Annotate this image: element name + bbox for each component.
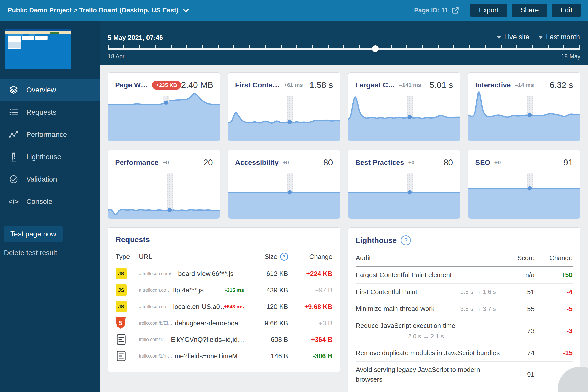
metric-card-value: 5.01 s bbox=[430, 80, 453, 90]
selected-run-dot bbox=[528, 113, 532, 117]
request-size: 9.66 KB bbox=[250, 319, 288, 327]
metric-card[interactable]: Best Practices +0 80 bbox=[348, 150, 461, 219]
request-row[interactable]: trello.com/1/… ElkYGVnQ?fields=id,id… 60… bbox=[116, 331, 333, 348]
audit-change: -15 bbox=[535, 349, 573, 357]
metric-card[interactable]: Performance +0 20 bbox=[108, 150, 220, 219]
metric-card-value: 80 bbox=[323, 157, 333, 167]
request-row[interactable]: JS a.trellocdn.co… locale.en-US.a0… +643… bbox=[116, 298, 333, 315]
request-domain: trello.com/1/m… bbox=[139, 353, 172, 359]
breadcrumb[interactable]: Public Demo Project > Trello Board (Desk… bbox=[8, 6, 189, 14]
selected-run-marker bbox=[527, 96, 533, 115]
selected-date: 5 May 2021, 07:46 bbox=[108, 34, 163, 42]
lighthouse-audit-row[interactable]: Remove duplicate modules in JavaScript b… bbox=[356, 345, 573, 362]
metric-card[interactable]: SEO +0 91 bbox=[468, 150, 580, 219]
metric-card-value: 91 bbox=[563, 157, 573, 167]
request-change: +97 B bbox=[288, 286, 333, 294]
request-row[interactable]: JS a.trellocdn.co… ltp.4a***.js -315 ms … bbox=[116, 282, 333, 298]
request-size: 120 KB bbox=[250, 303, 288, 311]
request-row[interactable]: 5 trello.com/b/El… debugbear-demo-boa… 9… bbox=[116, 315, 333, 331]
metric-card[interactable]: Interactive –14 ms 6.32 s bbox=[468, 72, 580, 141]
lighthouse-audit-row[interactable]: Minimize main-thread work 3.5 s → 3.7 s … bbox=[356, 300, 573, 317]
timeline-slider[interactable] bbox=[108, 45, 580, 51]
col-header-url: URL bbox=[139, 253, 250, 261]
request-change: -306 B bbox=[288, 352, 333, 360]
lighthouse-audit-row[interactable]: Largest Contentful Paint element n/a +50 bbox=[356, 267, 573, 284]
thumbnail-list-2 bbox=[22, 36, 34, 40]
audit-name: Minimize main-thread work bbox=[356, 304, 435, 314]
request-file: me?fields=oneTimeM… bbox=[175, 352, 244, 360]
requests-panel: Requests Type URL Size ? Change JS a.tre… bbox=[108, 227, 340, 372]
request-change: +9.68 KB bbox=[288, 303, 333, 311]
col-header-type: Type bbox=[116, 253, 139, 261]
live-site-dropdown[interactable]: Live site bbox=[497, 33, 529, 41]
external-link-icon[interactable] bbox=[451, 6, 460, 14]
metric-card-delta: +0 bbox=[408, 159, 415, 166]
test-page-now-button[interactable]: Test page now bbox=[4, 226, 63, 242]
audit-detail: 3.5 s → 3.7 s bbox=[460, 305, 502, 313]
audit-name: First Contentful Paint bbox=[356, 287, 417, 297]
breadcrumb-text: Public Demo Project > Trello Board (Desk… bbox=[8, 6, 178, 14]
request-file: ElkYGVnQ?fields=id,id… bbox=[171, 336, 244, 344]
col-header-lh-change: Change bbox=[535, 254, 573, 262]
share-button[interactable]: Share bbox=[512, 4, 547, 17]
sidebar-item-performance[interactable]: Performance bbox=[0, 123, 100, 146]
chevron-down-icon bbox=[182, 8, 189, 13]
metric-card[interactable]: First Conte… +61 ms 1.58 s bbox=[228, 72, 340, 141]
metric-card-title: Largest C… bbox=[355, 81, 395, 89]
triangle-down-icon bbox=[538, 36, 543, 39]
scatter-icon bbox=[8, 129, 19, 140]
metric-card-delta: +0 bbox=[162, 159, 169, 166]
lighthouse-help-icon[interactable]: ? bbox=[401, 235, 411, 245]
selected-run-dot bbox=[408, 190, 412, 195]
delete-test-result-link[interactable]: Delete test result bbox=[4, 249, 100, 257]
sidebar-item-overview[interactable]: Overview bbox=[0, 79, 100, 101]
export-button[interactable]: Export bbox=[470, 4, 507, 17]
audit-name: Avoid serving legacy JavaScript to moder… bbox=[356, 365, 502, 384]
audit-score: 73 bbox=[502, 327, 535, 335]
last-month-dropdown[interactable]: Last month bbox=[538, 33, 580, 41]
metric-card-delta: +61 ms bbox=[284, 82, 303, 88]
sidebar-item-validation[interactable]: Validation bbox=[0, 168, 100, 190]
metric-card-value: 20 bbox=[203, 157, 213, 167]
html5-icon: 5 bbox=[116, 317, 126, 329]
javascript-icon: JS bbox=[116, 301, 127, 312]
audit-change: -4 bbox=[535, 288, 573, 296]
request-file: board-view.66***.js bbox=[178, 270, 233, 278]
page-id: Page ID: 11 bbox=[414, 6, 460, 14]
javascript-icon: JS bbox=[116, 284, 127, 296]
metric-card-title: Interactive bbox=[475, 81, 511, 89]
request-file: debugbear-demo-boa… bbox=[175, 319, 244, 327]
request-size: 608 B bbox=[250, 336, 288, 344]
edit-button[interactable]: Edit bbox=[552, 4, 581, 17]
request-row[interactable]: JS a.trellocdn.com/… board-view.66***.js… bbox=[116, 265, 333, 282]
lighthouse-audit-row[interactable]: First Contentful Paint 1.5 s → 1.6 s 51 … bbox=[356, 284, 573, 301]
col-header-score: Score bbox=[502, 254, 535, 262]
request-change: +3 B bbox=[288, 319, 333, 327]
request-timing-delta: -315 ms bbox=[225, 287, 250, 293]
size-help-icon[interactable]: ? bbox=[280, 253, 288, 261]
lighthouse-panel-title: Lighthouse bbox=[356, 236, 397, 245]
audit-score: 74 bbox=[502, 349, 535, 357]
metric-card-delta: +0 bbox=[283, 159, 289, 166]
audit-detail: 1.5 s → 1.6 s bbox=[460, 288, 502, 296]
request-domain: a.trellocdn.com/… bbox=[139, 271, 176, 276]
metric-card-title: First Conte… bbox=[235, 81, 280, 89]
metric-card-delta: –141 ms bbox=[399, 82, 421, 88]
request-file: ltp.4a***.js bbox=[173, 286, 204, 294]
sidebar-item-console[interactable]: </> Console bbox=[0, 190, 100, 213]
metric-card[interactable]: Largest C… –141 ms 5.01 s bbox=[348, 72, 461, 141]
metric-card[interactable]: Accessibility +0 80 bbox=[228, 150, 340, 219]
layers-icon bbox=[8, 84, 19, 96]
lighthouse-audit-row[interactable]: Avoid serving legacy JavaScript to moder… bbox=[356, 362, 573, 388]
metric-card-title: Best Practices bbox=[355, 158, 404, 167]
request-row[interactable]: trello.com/1/m… me?fields=oneTimeM… 146 … bbox=[116, 348, 333, 364]
timeline-slider-handle[interactable] bbox=[372, 45, 379, 52]
request-timing-delta: +643 ms bbox=[224, 304, 250, 310]
lighthouse-audit-row[interactable]: Reduce JavaScript execution time 2.0 s →… bbox=[356, 317, 573, 345]
check-circle-icon bbox=[8, 174, 19, 185]
page-screenshot-thumbnail[interactable] bbox=[5, 29, 71, 69]
sidebar-item-requests[interactable]: Requests bbox=[0, 101, 100, 123]
sidebar-item-lighthouse[interactable]: Lighthouse bbox=[0, 146, 100, 168]
audit-score: 51 bbox=[502, 288, 535, 296]
metric-card[interactable]: Page W… +235 KB 2.40 MB bbox=[108, 72, 220, 141]
